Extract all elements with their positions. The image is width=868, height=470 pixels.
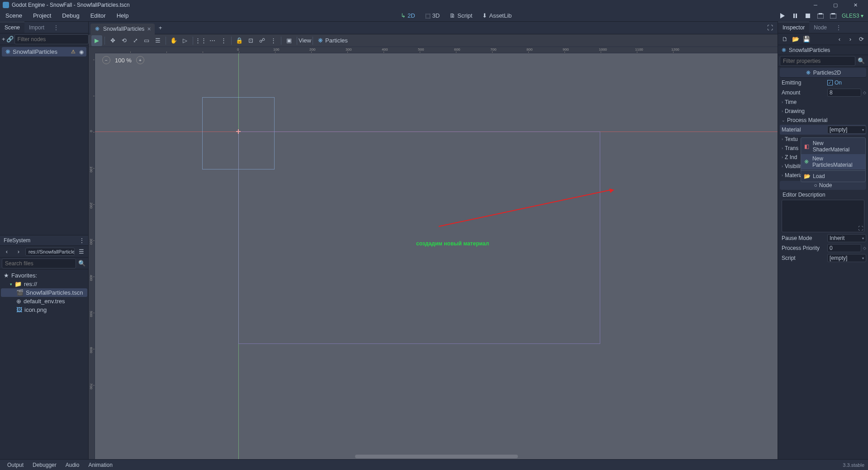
view-menu[interactable]: View — [299, 35, 310, 46]
fs-root[interactable]: ▾📁res:// — [1, 280, 87, 288]
close-button[interactable]: ✕ — [845, 0, 865, 10]
menu-new-particles-material[interactable]: ❋New ParticlesMaterial — [801, 154, 865, 169]
scrollbar-horizontal[interactable] — [355, 455, 518, 458]
section-drawing[interactable]: ›Drawing — [780, 107, 866, 116]
close-tab-button[interactable]: × — [147, 25, 151, 33]
pan-tool[interactable]: ✋ — [168, 35, 179, 46]
skeleton-button[interactable]: ☍ — [256, 35, 267, 46]
scene-tree-root[interactable]: ❋ SnowfallParticles ⚠ ◉ — [2, 47, 86, 56]
zoom-out-button[interactable]: − — [102, 56, 110, 64]
zoom-in-button[interactable]: + — [136, 56, 144, 64]
new-resource-button[interactable]: 🗋 — [780, 34, 790, 44]
particles-menu[interactable]: ❋ Particles — [315, 37, 350, 44]
move-tool[interactable]: ✥ — [107, 35, 118, 46]
section-process-material[interactable]: ⌄Process Material — [780, 116, 866, 125]
menu-new-shader-material[interactable]: ◧New ShaderMaterial — [801, 139, 865, 154]
viewport-2d[interactable]: 0100200300400500600700800900100011001200… — [89, 47, 778, 459]
rotate-tool[interactable]: ⟲ — [119, 35, 129, 46]
fs-search-input[interactable] — [2, 258, 76, 268]
scale-tool[interactable]: ⤢ — [130, 35, 141, 46]
ruler-tool[interactable]: ▷ — [180, 35, 190, 46]
prop-amount-input[interactable] — [827, 89, 861, 97]
play-custom-scene-button[interactable] — [829, 12, 837, 20]
prop-pause-mode-dropdown[interactable]: Inherit▾ — [827, 234, 866, 242]
distraction-free-toggle[interactable]: ⛶ — [763, 24, 778, 31]
tab-node[interactable]: Node — [809, 22, 831, 33]
canvas[interactable]: − 100 % + создадим новый материал — [95, 53, 778, 459]
snap-grid-icon[interactable]: ⋮⋮ — [195, 35, 206, 46]
fs-search-icon[interactable]: 🔍 — [77, 258, 86, 268]
inspector-options[interactable]: ⋮ — [831, 22, 846, 33]
bottom-debugger[interactable]: Debugger — [29, 462, 60, 468]
play-scene-button[interactable] — [816, 12, 825, 20]
lock-button[interactable]: 🔒 — [234, 35, 245, 46]
menu-help[interactable]: Help — [111, 10, 134, 21]
fs-favorites[interactable]: ★Favorites: — [1, 271, 87, 280]
menu-project[interactable]: Project — [28, 10, 57, 21]
editor-description-box[interactable]: ⛶ — [782, 200, 864, 232]
history-button[interactable]: ⟳ — [856, 34, 866, 44]
node-class-header[interactable]: ○Node — [780, 181, 866, 190]
fs-path[interactable]: res://SnowfallParticles — [25, 248, 75, 256]
new-tab-button[interactable]: + — [156, 23, 166, 33]
load-resource-button[interactable]: 📂 — [791, 34, 801, 44]
visibility-toggle-icon[interactable]: ◉ — [79, 49, 84, 55]
maximize-button[interactable]: ▢ — [825, 0, 845, 10]
override-camera-icon[interactable]: ▣ — [284, 35, 294, 46]
menu-load[interactable]: 📂Load — [801, 172, 865, 181]
pause-button[interactable] — [791, 12, 799, 20]
fs-file-tres[interactable]: ⊕default_env.tres — [1, 297, 87, 306]
workspace-3d[interactable]: ⬚3D — [422, 11, 444, 20]
select-tool[interactable]: ▶ — [91, 35, 102, 46]
class-header[interactable]: ❋ Particles2D — [780, 68, 866, 78]
prop-process-priority-input[interactable] — [827, 244, 861, 252]
add-node-button[interactable]: + — [2, 34, 5, 44]
skeleton-options[interactable]: ⋮ — [268, 35, 279, 46]
search-icon[interactable]: 🔍 — [856, 56, 866, 66]
scene-tab-snowfall[interactable]: ❋ SnowfallParticles × — [90, 24, 155, 34]
group-button[interactable]: ⊡ — [245, 35, 256, 46]
bottom-audio[interactable]: Audio — [62, 462, 83, 468]
fs-file-png[interactable]: 🖼icon.png — [1, 306, 87, 314]
bottom-output[interactable]: Output — [4, 462, 27, 468]
filter-properties-input[interactable] — [780, 56, 855, 66]
snap-options[interactable]: ⋮ — [218, 35, 229, 46]
menu-editor[interactable]: Editor — [85, 10, 111, 21]
expand-icon[interactable]: ⛶ — [858, 226, 863, 231]
prop-emitting-checkbox[interactable]: ✓On — [827, 80, 866, 86]
prop-material-dropdown[interactable]: [empty]▾ — [827, 126, 866, 134]
history-back[interactable]: ‹ — [835, 34, 844, 44]
tab-inspector[interactable]: Inspector — [778, 22, 809, 33]
workspace-script[interactable]: 🗎Script — [446, 11, 476, 20]
workspace-assetlib[interactable]: ⬇AssetLib — [479, 11, 515, 20]
fs-back-button[interactable]: ‹ — [2, 247, 12, 257]
bottom-animation[interactable]: Animation — [85, 462, 116, 468]
history-forward[interactable]: › — [845, 34, 855, 44]
prop-script-dropdown[interactable]: [empty]▾ — [827, 254, 866, 262]
scene-tree[interactable]: ❋ SnowfallParticles ⚠ ◉ — [0, 45, 88, 235]
workspace-2d[interactable]: ↳2D — [397, 11, 419, 20]
tab-import[interactable]: Import — [24, 22, 49, 33]
tab-scene[interactable]: Scene — [0, 22, 24, 33]
menu-debug[interactable]: Debug — [57, 10, 85, 21]
save-resource-button[interactable]: 💾 — [802, 34, 811, 44]
filter-nodes-input[interactable] — [14, 34, 89, 44]
menu-scene[interactable]: Scene — [0, 10, 28, 21]
instance-scene-button[interactable]: 🔗 — [6, 34, 14, 44]
fs-forward-button[interactable]: › — [14, 247, 24, 257]
list-tool[interactable]: ☰ — [152, 35, 163, 46]
smart-snap-icon[interactable]: ⋯ — [207, 35, 218, 46]
section-time[interactable]: ›Time — [780, 98, 866, 107]
stop-button[interactable] — [804, 12, 812, 20]
fs-view-mode-button[interactable]: ☰ — [76, 247, 86, 257]
play-button[interactable] — [778, 12, 787, 20]
warning-icon[interactable]: ⚠ — [71, 49, 76, 55]
renderer-selector[interactable]: GLES3 ▾ — [842, 13, 863, 19]
rect-select-tool[interactable]: ▭ — [141, 35, 152, 46]
minimize-button[interactable]: ─ — [806, 0, 825, 10]
filesystem-tree[interactable]: ★Favorites: ▾📁res:// 🎬SnowfallParticles.… — [0, 269, 88, 459]
filesystem-options[interactable]: ⋮ — [79, 237, 85, 244]
zoom-label[interactable]: 100 % — [115, 57, 132, 64]
inspector-object-name[interactable]: ❋ SnowfallParticles — [778, 45, 868, 55]
fs-file-tscn[interactable]: 🎬SnowfallParticles.tscn — [1, 288, 87, 297]
